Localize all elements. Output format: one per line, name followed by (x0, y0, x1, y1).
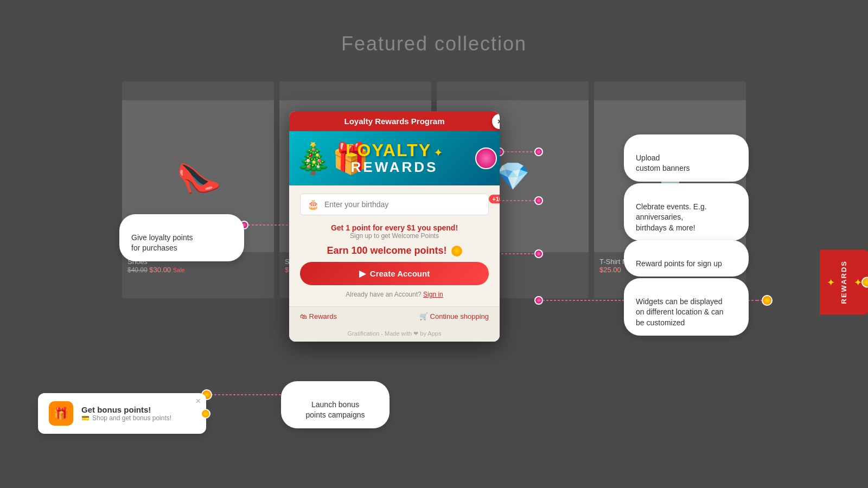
points-info: Get 1 point for every $1 you spend! Sign… (300, 223, 489, 240)
footer-shopping-link[interactable]: 🛒 Continue shopping (419, 312, 489, 320)
heel-icon: 👠 (173, 151, 224, 201)
bonus-subtitle: 💳 Shop and get bonus points! (81, 414, 171, 422)
bonus-text-block: Get bonus points! 💳 Shop and get bonus p… (81, 405, 171, 422)
welcome-text: Earn 100 welcome points! (327, 245, 446, 256)
callout-widgets-text: Widgets can be displayed on different lo… (636, 297, 724, 327)
rewards-side-button[interactable]: ✦ REWARDS ✦ (820, 249, 868, 314)
loyalty-modal: Loyalty Rewards Program × 🎄🎁 LOYALTY✦ RE… (289, 111, 500, 342)
bonus-icon-wrap: 🎁 (49, 401, 73, 426)
banner-text-block: LOYALTY✦ REWARDS (346, 142, 443, 176)
create-account-button[interactable]: ▶ Create Account (300, 262, 489, 285)
play-icon: ▶ (359, 268, 366, 279)
modal-header: Loyalty Rewards Program × (289, 111, 500, 131)
callout-reward-sign: Reward points for sign up (624, 240, 749, 277)
banner-circle-dot (475, 147, 497, 169)
modal-footer: 🛍 Rewards 🛒 Continue shopping (289, 306, 500, 326)
welcome-dot (451, 246, 462, 256)
bonus-title: Get bonus points! (81, 405, 171, 414)
modal-body: 🎂 +100 Get 1 point for every $1 you spen… (289, 185, 500, 306)
banner-rewards-text: REWARDS (346, 159, 443, 176)
birthday-input[interactable] (324, 200, 476, 209)
callout-events-text: Clebrate events. E.g. anniversaries, bir… (636, 202, 707, 232)
signin-section: Already have an Account? Sign in (300, 291, 489, 298)
signin-prefix: Already have an Account? (346, 291, 423, 298)
price-old-shoes: $40.00 (127, 266, 148, 274)
callout-launch-text: Launch bonus points campaigns (306, 400, 365, 420)
rewards-star-icon: ✦ (825, 277, 835, 288)
welcome-points-row: Earn 100 welcome points! (300, 245, 489, 256)
birthday-field: 🎂 +100 (300, 194, 489, 215)
callout-loyalty-text: Give loyalty points for purchases (131, 233, 193, 253)
bonus-widget: × 🎁 Get bonus points! 💳 Shop and get bon… (38, 393, 206, 434)
rewards-side-label: REWARDS (840, 260, 848, 304)
banner-loyalty-text: LOYALTY✦ (346, 142, 443, 159)
card-icon: 💳 (81, 414, 90, 422)
diamond-icon: 💎 (496, 160, 529, 192)
callout-widgets: Widgets can be displayed on different lo… (624, 278, 749, 336)
signin-link[interactable]: Sign in (423, 291, 443, 298)
modal-banner: 🎄🎁 LOYALTY✦ REWARDS (289, 131, 500, 185)
points-text: Get 1 point for every $1 you spend! (300, 223, 489, 232)
footer-rewards-link[interactable]: 🛍 Rewards (300, 312, 337, 320)
modal-close-button[interactable]: × (492, 114, 500, 129)
banner-stars: ✦ (434, 147, 443, 158)
bonus-dot (201, 409, 210, 419)
powered-by: Gratification - Made with ❤ by Apps (289, 326, 500, 342)
bonus-subtitle-text: Shop and get bonus points! (92, 414, 171, 422)
create-button-label: Create Account (370, 269, 430, 278)
signup-text: Sign up to get Welcome Points (300, 232, 489, 240)
callout-upload-banners: Upload custom banners (624, 134, 749, 182)
sale-badge-shoes: Sale (173, 267, 185, 273)
callout-loyalty-points: Give loyalty points for purchases (119, 214, 244, 261)
birthday-icon: 🎂 (307, 198, 319, 210)
product-card-shoes: 👠 Shoes $40.00 $30.00 Sale (122, 81, 274, 298)
callout-launch-bonus: Launch bonus points campaigns (281, 381, 390, 428)
modal-title: Loyalty Rewards Program (344, 117, 444, 126)
callout-reward-sign-text: Reward points for sign up (636, 259, 722, 268)
price-new-shoes: $30.00 (149, 266, 171, 274)
bonus-close-button[interactable]: × (196, 396, 201, 406)
page-title: Featured collection (0, 0, 868, 55)
price-new-tshirt: $25.00 (599, 266, 621, 274)
birthday-points-badge: +100 (489, 195, 500, 203)
callout-upload-text: Upload custom banners (636, 153, 690, 173)
callout-events: Clebrate events. E.g. anniversaries, bir… (624, 183, 749, 241)
gift-icon: 🎁 (54, 407, 68, 421)
